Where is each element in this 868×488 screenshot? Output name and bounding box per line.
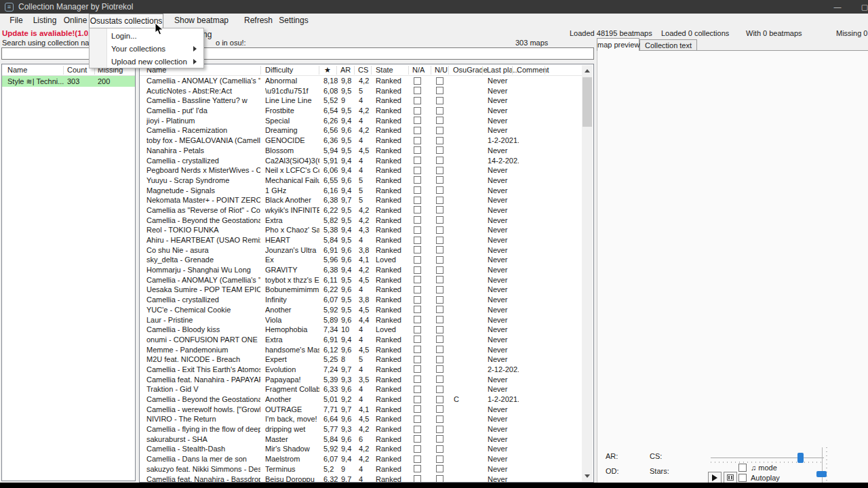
col-header-name[interactable]: Name (7, 66, 27, 74)
nu-checkbox[interactable] (436, 216, 443, 224)
menu-settings[interactable]: Settings (277, 14, 310, 28)
nu-checkbox[interactable] (436, 346, 443, 353)
nu-checkbox[interactable] (436, 426, 443, 433)
table-row[interactable]: Pegboard Nerds x MisterWives - CoffinsNe… (140, 165, 582, 176)
nu-checkbox[interactable] (436, 137, 443, 144)
na-checkbox[interactable] (414, 465, 421, 472)
na-checkbox[interactable] (414, 396, 421, 403)
nu-checkbox[interactable] (436, 326, 443, 333)
nu-checkbox[interactable] (436, 396, 443, 403)
na-checkbox[interactable] (414, 146, 421, 154)
na-checkbox[interactable] (414, 87, 421, 94)
bm-header-cs[interactable]: CS (358, 66, 368, 74)
nu-checkbox[interactable] (436, 445, 443, 453)
collection-row-selected[interactable]: Style ≋| Techni... 303 200 (2, 76, 135, 87)
na-checkbox[interactable] (414, 77, 421, 85)
na-checkbox[interactable] (414, 186, 421, 194)
nu-checkbox[interactable] (436, 246, 443, 253)
table-row[interactable]: Camellia feat. Nanahira - PAPAYAPA ...Pa… (140, 375, 582, 385)
bm-header-star[interactable]: ★ (324, 66, 331, 75)
table-row[interactable]: Nekomata Master+ - POINT ZEROBlack Anoth… (140, 195, 582, 205)
table-row[interactable]: jioyi - PlatinumSpecial6,269,44RankedNev… (140, 116, 582, 126)
table-row[interactable]: Camellia - Stealth-DashMir's Shadow5,929… (140, 444, 582, 454)
nu-checkbox[interactable] (436, 107, 443, 115)
menu-item-login[interactable]: Login... (90, 30, 203, 43)
table-row[interactable]: YUC'e - Chemical CookieAnother5,929,54,5… (140, 305, 582, 315)
nu-checkbox[interactable] (436, 465, 443, 472)
scrollbar-thumb[interactable] (583, 77, 592, 127)
nu-checkbox[interactable] (436, 386, 443, 393)
tab-map-preview[interactable]: map preview (597, 38, 639, 51)
na-checkbox[interactable] (414, 286, 421, 293)
table-row[interactable]: sakuzyo feat. Nikki Simmons - Destr0y...… (140, 464, 582, 474)
autoplay-checkbox[interactable] (738, 474, 747, 482)
nu-checkbox[interactable] (436, 296, 443, 304)
slider-thumb[interactable] (816, 471, 827, 477)
table-row[interactable]: Traktion - Gid VFragment Collab6,339,64R… (140, 384, 582, 394)
na-checkbox[interactable] (414, 107, 421, 115)
na-checkbox[interactable] (414, 197, 421, 204)
nu-checkbox[interactable] (436, 87, 443, 94)
update-available-text[interactable]: Update is avaliable!(1.0.1 (2, 29, 95, 37)
na-checkbox[interactable] (414, 216, 421, 224)
table-row[interactable]: Camellia - werewolf howls. ["Growling" .… (140, 405, 582, 415)
na-checkbox[interactable] (414, 206, 421, 214)
table-row[interactable]: Uesaka Sumire - POP TEAM EPIC (TV...Bobu… (140, 285, 582, 295)
na-checkbox[interactable] (414, 365, 421, 373)
table-row[interactable]: onumi - CONFUSION PART ONEExtra6,919,44R… (140, 335, 582, 345)
table-row[interactable]: Nanahira - PetalsBlossom5,949,54,5Ranked… (140, 146, 582, 156)
table-row[interactable]: Camellia - RacemizationDreaming6,569,64,… (140, 125, 582, 136)
menu-online[interactable]: Online (61, 14, 90, 28)
na-checkbox[interactable] (414, 386, 421, 393)
table-row[interactable]: Camellia - put' l'daFrostbite6,549,54,2R… (140, 106, 582, 116)
table-row[interactable]: Magnetude - Signals1 GHz6,169,45RankedNe… (140, 186, 582, 196)
table-row[interactable]: NIVIRO - The ReturnI'm back, move!6,649,… (140, 414, 582, 424)
nu-checkbox[interactable] (436, 157, 443, 164)
bm-header-na[interactable]: N/A (412, 66, 425, 74)
nu-checkbox[interactable] (436, 415, 443, 423)
nu-checkbox[interactable] (436, 167, 443, 174)
nu-checkbox[interactable] (436, 316, 443, 323)
col-header-count[interactable]: Count (67, 66, 87, 74)
table-row[interactable]: Camellia - ANOMALY (Camellia's "MU...toy… (140, 275, 582, 285)
nu-checkbox[interactable] (436, 97, 443, 104)
nu-checkbox[interactable] (436, 365, 443, 373)
bm-header-nu[interactable]: N/U (435, 66, 448, 74)
table-row[interactable]: Camellia - crystallizedInfinity6,079,53,… (140, 295, 582, 305)
nu-checkbox[interactable] (436, 256, 443, 264)
nu-checkbox[interactable] (436, 435, 443, 443)
na-checkbox[interactable] (414, 326, 421, 333)
table-row[interactable]: Yuuyu - Scrap SyndromeMechanical Failure… (140, 176, 582, 186)
bm-header-state[interactable]: State (376, 66, 393, 74)
nu-checkbox[interactable] (436, 276, 443, 283)
na-checkbox[interactable] (414, 455, 421, 463)
na-checkbox[interactable] (414, 137, 421, 144)
nu-checkbox[interactable] (436, 197, 443, 204)
na-checkbox[interactable] (414, 435, 421, 443)
nu-checkbox[interactable] (436, 266, 443, 274)
bm-header-difficulty[interactable]: Difficulty (265, 66, 293, 74)
table-row[interactable]: Camellia - Beyond the Geostationary O...… (140, 216, 582, 226)
scroll-up-icon[interactable] (582, 65, 593, 76)
na-checkbox[interactable] (414, 176, 421, 184)
na-checkbox[interactable] (414, 426, 421, 433)
nu-checkbox[interactable] (436, 336, 443, 343)
table-row[interactable]: Camellia feat. Nanahira - Bassdrop Fre..… (140, 474, 582, 483)
nu-checkbox[interactable] (436, 356, 443, 363)
na-checkbox[interactable] (414, 256, 421, 264)
table-row[interactable]: AcuticNotes - Abst:Re:Act\u91cd\u751f6,0… (140, 86, 582, 96)
na-checkbox[interactable] (414, 475, 421, 482)
menu-item-your-collections[interactable]: Your collections (90, 43, 203, 56)
nu-checkbox[interactable] (436, 186, 443, 194)
table-row[interactable]: Camellia - Dans la mer de sonMaelstrom6,… (140, 454, 582, 464)
seek-slider[interactable] (711, 453, 824, 464)
menu-show-beatmap-listing[interactable]: Show beatmap listing (165, 14, 238, 28)
na-checkbox[interactable] (414, 246, 421, 253)
volume-slider[interactable] (814, 447, 831, 483)
na-checkbox[interactable] (414, 157, 421, 164)
nu-checkbox[interactable] (436, 176, 443, 184)
menu-item-upload-new-collection[interactable]: Upload new collection (90, 56, 203, 68)
table-row[interactable]: sky_delta - GrenadeEx5,969,64,1LovedNeve… (140, 255, 582, 265)
na-checkbox[interactable] (414, 346, 421, 353)
menu-listing[interactable]: Listing (30, 14, 60, 28)
